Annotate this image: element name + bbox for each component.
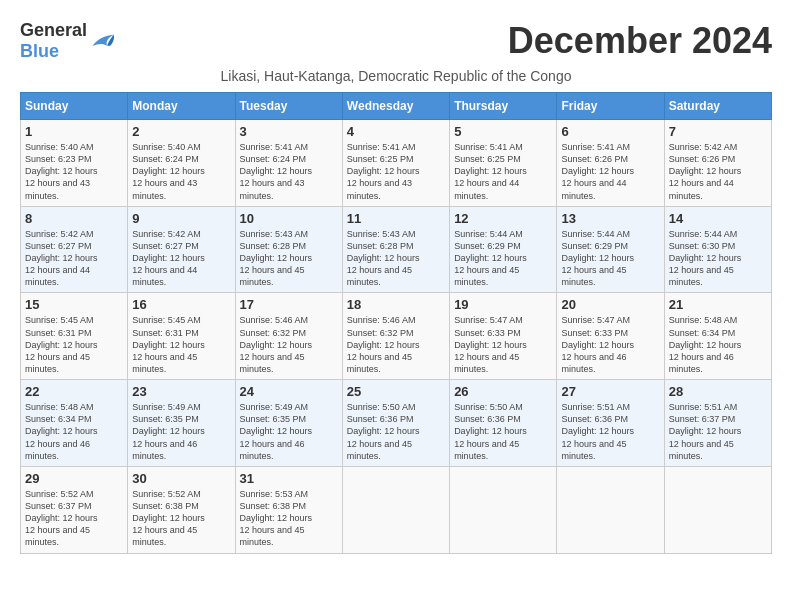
day-info: Sunrise: 5:49 AMSunset: 6:35 PMDaylight:… <box>240 401 338 462</box>
day-header-thursday: Thursday <box>450 93 557 120</box>
calendar-cell: 5Sunrise: 5:41 AMSunset: 6:25 PMDaylight… <box>450 120 557 207</box>
day-info: Sunrise: 5:51 AMSunset: 6:36 PMDaylight:… <box>561 401 659 462</box>
calendar-cell: 24Sunrise: 5:49 AMSunset: 6:35 PMDayligh… <box>235 380 342 467</box>
day-info: Sunrise: 5:41 AMSunset: 6:25 PMDaylight:… <box>347 141 445 202</box>
day-info: Sunrise: 5:50 AMSunset: 6:36 PMDaylight:… <box>347 401 445 462</box>
day-number: 21 <box>669 297 767 312</box>
day-number: 14 <box>669 211 767 226</box>
calendar-cell <box>450 466 557 553</box>
day-info: Sunrise: 5:52 AMSunset: 6:38 PMDaylight:… <box>132 488 230 549</box>
day-info: Sunrise: 5:50 AMSunset: 6:36 PMDaylight:… <box>454 401 552 462</box>
header: General Blue December 2024 <box>20 20 772 62</box>
day-number: 12 <box>454 211 552 226</box>
day-number: 3 <box>240 124 338 139</box>
calendar-week-1: 1Sunrise: 5:40 AMSunset: 6:23 PMDaylight… <box>21 120 772 207</box>
calendar-cell: 30Sunrise: 5:52 AMSunset: 6:38 PMDayligh… <box>128 466 235 553</box>
day-number: 2 <box>132 124 230 139</box>
day-info: Sunrise: 5:49 AMSunset: 6:35 PMDaylight:… <box>132 401 230 462</box>
calendar-week-2: 8Sunrise: 5:42 AMSunset: 6:27 PMDaylight… <box>21 206 772 293</box>
day-info: Sunrise: 5:44 AMSunset: 6:29 PMDaylight:… <box>454 228 552 289</box>
calendar-cell: 8Sunrise: 5:42 AMSunset: 6:27 PMDaylight… <box>21 206 128 293</box>
day-number: 11 <box>347 211 445 226</box>
day-number: 28 <box>669 384 767 399</box>
day-info: Sunrise: 5:42 AMSunset: 6:26 PMDaylight:… <box>669 141 767 202</box>
calendar-cell: 3Sunrise: 5:41 AMSunset: 6:24 PMDaylight… <box>235 120 342 207</box>
calendar-cell <box>342 466 449 553</box>
day-number: 17 <box>240 297 338 312</box>
calendar-table: SundayMondayTuesdayWednesdayThursdayFrid… <box>20 92 772 554</box>
day-info: Sunrise: 5:41 AMSunset: 6:25 PMDaylight:… <box>454 141 552 202</box>
day-info: Sunrise: 5:41 AMSunset: 6:26 PMDaylight:… <box>561 141 659 202</box>
day-info: Sunrise: 5:45 AMSunset: 6:31 PMDaylight:… <box>132 314 230 375</box>
day-info: Sunrise: 5:47 AMSunset: 6:33 PMDaylight:… <box>561 314 659 375</box>
calendar-cell: 18Sunrise: 5:46 AMSunset: 6:32 PMDayligh… <box>342 293 449 380</box>
day-number: 25 <box>347 384 445 399</box>
day-number: 31 <box>240 471 338 486</box>
day-number: 6 <box>561 124 659 139</box>
calendar-cell: 1Sunrise: 5:40 AMSunset: 6:23 PMDaylight… <box>21 120 128 207</box>
day-info: Sunrise: 5:53 AMSunset: 6:38 PMDaylight:… <box>240 488 338 549</box>
calendar-cell: 23Sunrise: 5:49 AMSunset: 6:35 PMDayligh… <box>128 380 235 467</box>
day-number: 9 <box>132 211 230 226</box>
calendar-cell: 28Sunrise: 5:51 AMSunset: 6:37 PMDayligh… <box>664 380 771 467</box>
logo-bird-icon <box>91 31 115 51</box>
calendar-week-3: 15Sunrise: 5:45 AMSunset: 6:31 PMDayligh… <box>21 293 772 380</box>
day-number: 15 <box>25 297 123 312</box>
day-info: Sunrise: 5:40 AMSunset: 6:23 PMDaylight:… <box>25 141 123 202</box>
day-info: Sunrise: 5:48 AMSunset: 6:34 PMDaylight:… <box>25 401 123 462</box>
day-info: Sunrise: 5:43 AMSunset: 6:28 PMDaylight:… <box>240 228 338 289</box>
logo-blue: Blue <box>20 41 59 61</box>
calendar-cell: 13Sunrise: 5:44 AMSunset: 6:29 PMDayligh… <box>557 206 664 293</box>
calendar-cell: 4Sunrise: 5:41 AMSunset: 6:25 PMDaylight… <box>342 120 449 207</box>
day-number: 5 <box>454 124 552 139</box>
day-header-monday: Monday <box>128 93 235 120</box>
day-number: 4 <box>347 124 445 139</box>
day-number: 23 <box>132 384 230 399</box>
calendar-cell: 20Sunrise: 5:47 AMSunset: 6:33 PMDayligh… <box>557 293 664 380</box>
calendar-cell: 11Sunrise: 5:43 AMSunset: 6:28 PMDayligh… <box>342 206 449 293</box>
day-info: Sunrise: 5:41 AMSunset: 6:24 PMDaylight:… <box>240 141 338 202</box>
day-number: 29 <box>25 471 123 486</box>
calendar-cell: 10Sunrise: 5:43 AMSunset: 6:28 PMDayligh… <box>235 206 342 293</box>
day-number: 20 <box>561 297 659 312</box>
day-info: Sunrise: 5:44 AMSunset: 6:29 PMDaylight:… <box>561 228 659 289</box>
logo-general: General <box>20 20 87 40</box>
calendar-cell: 6Sunrise: 5:41 AMSunset: 6:26 PMDaylight… <box>557 120 664 207</box>
day-info: Sunrise: 5:44 AMSunset: 6:30 PMDaylight:… <box>669 228 767 289</box>
day-number: 16 <box>132 297 230 312</box>
calendar-cell: 26Sunrise: 5:50 AMSunset: 6:36 PMDayligh… <box>450 380 557 467</box>
subtitle: Likasi, Haut-Katanga, Democratic Republi… <box>20 68 772 84</box>
day-info: Sunrise: 5:43 AMSunset: 6:28 PMDaylight:… <box>347 228 445 289</box>
day-info: Sunrise: 5:46 AMSunset: 6:32 PMDaylight:… <box>347 314 445 375</box>
calendar-cell: 29Sunrise: 5:52 AMSunset: 6:37 PMDayligh… <box>21 466 128 553</box>
day-number: 19 <box>454 297 552 312</box>
calendar-cell: 7Sunrise: 5:42 AMSunset: 6:26 PMDaylight… <box>664 120 771 207</box>
calendar-cell: 25Sunrise: 5:50 AMSunset: 6:36 PMDayligh… <box>342 380 449 467</box>
day-number: 30 <box>132 471 230 486</box>
calendar-cell: 22Sunrise: 5:48 AMSunset: 6:34 PMDayligh… <box>21 380 128 467</box>
calendar-cell: 21Sunrise: 5:48 AMSunset: 6:34 PMDayligh… <box>664 293 771 380</box>
day-number: 8 <box>25 211 123 226</box>
calendar-cell: 9Sunrise: 5:42 AMSunset: 6:27 PMDaylight… <box>128 206 235 293</box>
calendar-cell: 2Sunrise: 5:40 AMSunset: 6:24 PMDaylight… <box>128 120 235 207</box>
calendar-cell: 19Sunrise: 5:47 AMSunset: 6:33 PMDayligh… <box>450 293 557 380</box>
calendar-week-5: 29Sunrise: 5:52 AMSunset: 6:37 PMDayligh… <box>21 466 772 553</box>
day-info: Sunrise: 5:46 AMSunset: 6:32 PMDaylight:… <box>240 314 338 375</box>
day-info: Sunrise: 5:48 AMSunset: 6:34 PMDaylight:… <box>669 314 767 375</box>
calendar-cell: 17Sunrise: 5:46 AMSunset: 6:32 PMDayligh… <box>235 293 342 380</box>
day-number: 1 <box>25 124 123 139</box>
day-info: Sunrise: 5:42 AMSunset: 6:27 PMDaylight:… <box>132 228 230 289</box>
day-header-tuesday: Tuesday <box>235 93 342 120</box>
day-number: 24 <box>240 384 338 399</box>
day-info: Sunrise: 5:52 AMSunset: 6:37 PMDaylight:… <box>25 488 123 549</box>
day-info: Sunrise: 5:42 AMSunset: 6:27 PMDaylight:… <box>25 228 123 289</box>
logo-text: General Blue <box>20 20 87 62</box>
logo: General Blue <box>20 20 115 62</box>
day-number: 7 <box>669 124 767 139</box>
day-info: Sunrise: 5:47 AMSunset: 6:33 PMDaylight:… <box>454 314 552 375</box>
day-number: 26 <box>454 384 552 399</box>
day-number: 10 <box>240 211 338 226</box>
calendar-cell: 16Sunrise: 5:45 AMSunset: 6:31 PMDayligh… <box>128 293 235 380</box>
day-number: 22 <box>25 384 123 399</box>
calendar-cell: 15Sunrise: 5:45 AMSunset: 6:31 PMDayligh… <box>21 293 128 380</box>
